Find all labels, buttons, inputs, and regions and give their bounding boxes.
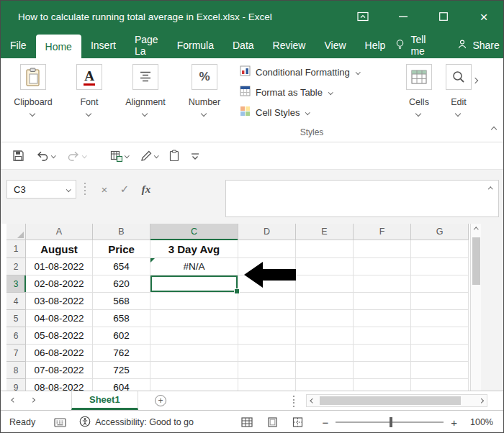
zoom-slider[interactable] — [336, 417, 444, 427]
cell-G8[interactable] — [411, 362, 469, 379]
cell-B3[interactable]: 620 — [93, 275, 150, 293]
cell-G7[interactable] — [411, 345, 469, 362]
format-as-table-button[interactable]: Format as Table — [240, 84, 332, 100]
cell-E4[interactable] — [296, 293, 354, 310]
cell-E7[interactable] — [296, 345, 354, 362]
cell-A1[interactable]: August — [26, 240, 93, 258]
cell-A5[interactable]: 04-08-2022 — [26, 310, 93, 327]
cell-A7[interactable]: 06-08-2022 — [26, 345, 93, 362]
cell-G9[interactable] — [411, 379, 469, 391]
tab-home[interactable]: Home — [36, 35, 81, 58]
cell-G5[interactable] — [411, 310, 469, 327]
cancel-button[interactable]: × — [96, 180, 113, 199]
cell-C2[interactable]: #N/A — [150, 258, 238, 275]
cell-F4[interactable] — [354, 293, 411, 310]
cell-F6[interactable] — [354, 327, 411, 345]
column-header-F[interactable]: F — [354, 224, 411, 240]
alignment-icon[interactable] — [132, 64, 158, 90]
minimize-icon[interactable] — [395, 9, 411, 24]
clipboard-icon[interactable] — [169, 150, 179, 162]
cell-G6[interactable] — [411, 327, 469, 345]
cell-A9[interactable]: 08-08-2022 — [26, 379, 93, 391]
undo-icon[interactable] — [36, 150, 55, 161]
cell-F9[interactable] — [354, 379, 411, 391]
cell-E9[interactable] — [296, 379, 354, 391]
normal-view-icon[interactable] — [241, 417, 253, 427]
cell-B2[interactable]: 654 — [93, 258, 150, 275]
row-header-2[interactable]: 2 — [6, 258, 26, 275]
font-icon[interactable]: A — [76, 64, 102, 90]
cell-F5[interactable] — [354, 310, 411, 327]
column-header-B[interactable]: B — [93, 224, 150, 240]
row-header-8[interactable]: 8 — [6, 362, 26, 379]
cell-B4[interactable]: 568 — [93, 293, 150, 310]
cell-D5[interactable] — [238, 310, 296, 327]
share-button[interactable]: Share — [457, 39, 499, 52]
column-header-A[interactable]: A — [26, 224, 93, 240]
customize-qat-icon[interactable] — [191, 152, 199, 160]
enter-button[interactable]: ✓ — [116, 180, 133, 199]
page-layout-view-icon[interactable] — [267, 417, 278, 427]
cell-E3[interactable] — [296, 275, 354, 293]
ribbon-display-options-icon[interactable] — [355, 9, 371, 24]
cell-D7[interactable] — [238, 345, 296, 362]
ribbon-group-cells[interactable]: Cells — [398, 58, 440, 142]
collapse-ribbon-icon[interactable] — [491, 127, 497, 132]
paste-icon[interactable] — [20, 64, 46, 90]
paste-special-chevron-icon[interactable] — [125, 153, 129, 158]
scroll-right-icon[interactable] — [475, 395, 487, 406]
horizontal-scrollbar[interactable] — [306, 394, 487, 407]
editing-group-chevron-icon[interactable] — [455, 111, 461, 117]
redo-icon[interactable] — [67, 150, 86, 161]
cell-B6[interactable]: 602 — [93, 327, 150, 345]
cell-A3[interactable]: 02-08-2022 — [26, 275, 93, 293]
ribbon-group-number[interactable]: % Number — [179, 58, 230, 142]
zoom-out-button[interactable]: − — [322, 416, 328, 429]
tab-page-layout[interactable]: Page La — [125, 32, 168, 58]
font-group-chevron-icon[interactable] — [86, 111, 91, 117]
cell-B5[interactable]: 658 — [93, 310, 150, 327]
row-header-7[interactable]: 7 — [6, 345, 26, 362]
cell-C3[interactable] — [150, 275, 238, 293]
format-painter-icon[interactable] — [140, 150, 158, 162]
row-header-6[interactable]: 6 — [6, 327, 26, 345]
cell-E8[interactable] — [296, 362, 354, 379]
cell-D9[interactable] — [238, 379, 296, 391]
formula-bar-input[interactable] — [225, 180, 499, 217]
cell-E2[interactable] — [296, 258, 354, 275]
sheet-nav-left-icon[interactable] — [12, 398, 16, 402]
number-format-icon[interactable]: % — [192, 64, 217, 90]
ribbon-group-clipboard[interactable]: Clipboard — [9, 58, 57, 142]
cell-C6[interactable] — [150, 327, 238, 345]
cell-G1[interactable] — [411, 240, 469, 258]
cells-group-chevron-icon[interactable] — [415, 111, 421, 117]
cell-G4[interactable] — [411, 293, 469, 310]
scroll-up-icon[interactable] — [471, 224, 482, 236]
clipboard-group-chevron-icon[interactable] — [30, 111, 35, 117]
accessibility-status[interactable]: Accessibility: Good to go — [79, 416, 194, 429]
cell-B1[interactable]: Price — [93, 240, 150, 258]
cell-G3[interactable] — [411, 275, 469, 293]
maximize-icon[interactable] — [436, 9, 451, 24]
tab-data[interactable]: Data — [223, 32, 264, 58]
column-header-D[interactable]: D — [238, 224, 296, 240]
cell-A6[interactable]: 05-08-2022 — [26, 327, 93, 345]
cell-F3[interactable] — [354, 275, 411, 293]
tell-me-button[interactable]: Tell me — [395, 34, 426, 57]
cell-C5[interactable] — [150, 310, 238, 327]
zoom-slider-handle[interactable] — [390, 417, 392, 427]
row-header-5[interactable]: 5 — [6, 310, 26, 327]
ribbon-group-font[interactable]: A Font — [67, 58, 112, 142]
close-icon[interactable]: × — [476, 9, 492, 24]
name-box-chevron-icon[interactable] — [66, 187, 71, 191]
new-sheet-button[interactable]: + — [155, 395, 166, 406]
cell-E1[interactable] — [296, 240, 354, 258]
undo-chevron-icon[interactable] — [51, 153, 55, 158]
cell-A4[interactable]: 03-08-2022 — [26, 293, 93, 310]
cell-C1[interactable]: 3 Day Avg — [150, 240, 238, 258]
select-all-button[interactable] — [6, 224, 26, 240]
cell-D1[interactable] — [238, 240, 296, 258]
cell-C9[interactable] — [150, 379, 238, 391]
sheet-tab-sheet1[interactable]: Sheet1 — [71, 391, 138, 410]
cell-C4[interactable] — [150, 293, 238, 310]
